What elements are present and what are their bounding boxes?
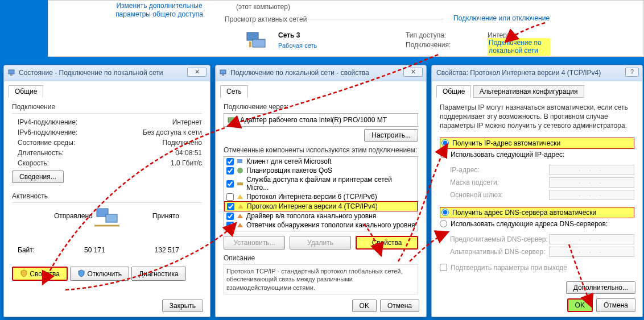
tab-general[interactable]: Общие — [9, 85, 43, 98]
subnet-mask-label: Маска подсети: — [450, 178, 499, 186]
titlebar[interactable]: Состояние - Подключение по локальной сет… — [4, 65, 210, 81]
advanced-button[interactable]: Дополнительно... — [566, 281, 635, 294]
radio-input[interactable] — [440, 220, 447, 227]
list-item[interactable]: Протокол Интернета версии 6 (TCP/IPv6) — [224, 192, 418, 201]
divider — [12, 202, 202, 203]
component-checkbox[interactable] — [227, 203, 234, 210]
subnet-mask-input: . . . — [549, 177, 634, 188]
dns1-input: . . . — [549, 234, 634, 244]
qos-icon — [236, 167, 244, 174]
svg-rect-11 — [237, 159, 242, 163]
service-icon — [236, 180, 244, 188]
ipv6-label: IPv6-подключение: — [18, 128, 77, 136]
divider — [307, 19, 444, 19]
tab-general[interactable]: Общие — [436, 85, 471, 98]
adapter-field: Адаптер рабочего стола Intel(R) PRO/1000… — [224, 113, 418, 127]
connections-label: Подключения: — [406, 41, 451, 49]
protocol-icon — [236, 193, 244, 201]
svg-rect-10 — [235, 119, 236, 121]
list-item-tcpipv4[interactable]: Протокол Интернета версии 4 (TCP/IPv4) — [224, 201, 418, 211]
bytes-sent: 50 171 — [84, 246, 105, 254]
divider — [12, 113, 202, 114]
window-title: Подключение по локальной сети - свойства — [230, 69, 369, 77]
this-computer-label: (этот компьютер) — [236, 3, 290, 11]
component-checkbox[interactable] — [226, 213, 234, 220]
radio-input[interactable] — [441, 139, 449, 147]
remove-button[interactable]: Удалить — [290, 236, 351, 250]
ok-button[interactable]: OK — [352, 300, 377, 312]
svg-rect-7 — [220, 70, 226, 74]
svg-rect-1 — [253, 39, 265, 47]
component-checkbox[interactable] — [226, 167, 234, 174]
radio-dns-auto[interactable]: Получить адрес DNS-сервера автоматически — [440, 207, 634, 218]
duration-label: Длительность: — [18, 149, 64, 157]
list-item[interactable]: Драйвер в/в тополога канального уровня — [224, 211, 418, 221]
svg-rect-9 — [228, 118, 235, 122]
list-item[interactable]: Ответчик обнаружения топологии канальног… — [224, 221, 418, 230]
validate-checkbox[interactable] — [440, 264, 447, 271]
tab-alternate[interactable]: Альтернативная конфигурация — [473, 85, 584, 98]
network-type-link[interactable]: Рабочая сеть — [278, 42, 317, 49]
duration-value: 04:08:51 — [175, 149, 202, 157]
svg-rect-13 — [237, 182, 243, 185]
properties-button[interactable]: Свойства — [12, 267, 68, 281]
svg-rect-8 — [222, 74, 224, 76]
components-list[interactable]: Клиент для сетей Microsoft Планировщик п… — [224, 156, 418, 231]
ip-address-label: IP-адрес: — [450, 166, 480, 174]
connect-disconnect-link[interactable]: Подключение или отключение — [453, 14, 550, 22]
radio-label: Использовать следующий IP-адрес: — [451, 151, 564, 159]
diagnose-button[interactable]: Диагностика — [131, 267, 186, 281]
close-button[interactable]: ✕ — [403, 68, 423, 77]
radio-ip-auto[interactable]: Получить IP-адрес автоматически — [440, 138, 634, 149]
shield-icon — [20, 269, 28, 277]
component-checkbox[interactable] — [226, 193, 234, 201]
radio-dns-manual[interactable]: Использовать следующие адреса DNS-сервер… — [440, 218, 634, 230]
configure-button[interactable]: Настроить... — [364, 129, 418, 142]
ipv4-label: IPv4-подключение: — [18, 118, 77, 126]
close-button[interactable]: ✕ — [187, 68, 207, 77]
sent-label: Отправлено — [54, 212, 93, 220]
radio-label: Использовать следующие адреса DNS-сервер… — [451, 220, 608, 228]
tab-network[interactable]: Сеть — [220, 85, 248, 98]
radio-input[interactable] — [440, 151, 447, 158]
connection-group: Подключение — [12, 103, 202, 111]
svg-point-12 — [237, 168, 243, 173]
titlebar[interactable]: Свойства: Протокол Интернета версии 4 (T… — [432, 65, 642, 81]
list-item[interactable]: Служба доступа к файлам и принтерам сете… — [224, 175, 418, 192]
window-title: Состояние - Подключение по локальной сет… — [19, 69, 163, 77]
activity-icon — [93, 206, 121, 229]
connect-via-label: Подключение через: — [224, 103, 418, 111]
description-header: Описание — [224, 254, 418, 262]
ip-address-input: . . . — [549, 165, 634, 175]
component-checkbox[interactable] — [226, 158, 234, 165]
disable-button[interactable]: Отключить — [70, 267, 129, 281]
local-connection-link[interactable]: Подключение по локальной сети — [488, 38, 550, 56]
description-text: Протокол TCP/IP - стандартный протокол г… — [224, 264, 418, 294]
radio-ip-manual[interactable]: Использовать следующий IP-адрес: — [440, 149, 634, 160]
media-value: Подключено — [163, 139, 202, 147]
radio-input[interactable] — [441, 209, 449, 216]
cancel-button[interactable]: Отмена — [596, 298, 635, 312]
components-label: Отмеченные компоненты используются этим … — [224, 146, 418, 154]
responder-icon — [236, 221, 244, 229]
validate-label: Подтвердить параметры при выходе — [451, 264, 567, 272]
media-label: Состояние среды: — [18, 139, 75, 147]
ok-button[interactable]: OK — [567, 298, 593, 312]
close-button[interactable]: Закрыть — [162, 300, 203, 312]
component-properties-button[interactable]: Свойства — [356, 236, 418, 250]
help-button[interactable]: ? — [625, 68, 639, 77]
install-button[interactable]: Установить... — [224, 236, 285, 250]
ip-info-text: Параметры IP могут назначаться автоматич… — [440, 103, 634, 131]
gateway-label: Основной шлюз: — [450, 191, 503, 199]
dns2-input: . . . — [549, 247, 634, 257]
list-item[interactable]: Планировщик пакетов QoS — [224, 166, 418, 175]
details-button[interactable]: Сведения... — [12, 171, 64, 183]
svg-rect-6 — [106, 214, 117, 222]
list-item[interactable]: Клиент для сетей Microsoft — [224, 157, 418, 166]
component-checkbox[interactable] — [226, 180, 234, 188]
component-checkbox[interactable] — [226, 222, 234, 229]
change-sharing-link[interactable]: Изменить дополнительные параметры общего… — [111, 2, 208, 19]
ipv6-value: Без доступа к сети — [143, 128, 202, 136]
titlebar[interactable]: Подключение по локальной сети - свойства… — [216, 65, 426, 81]
cancel-button[interactable]: Отмена — [380, 300, 419, 312]
